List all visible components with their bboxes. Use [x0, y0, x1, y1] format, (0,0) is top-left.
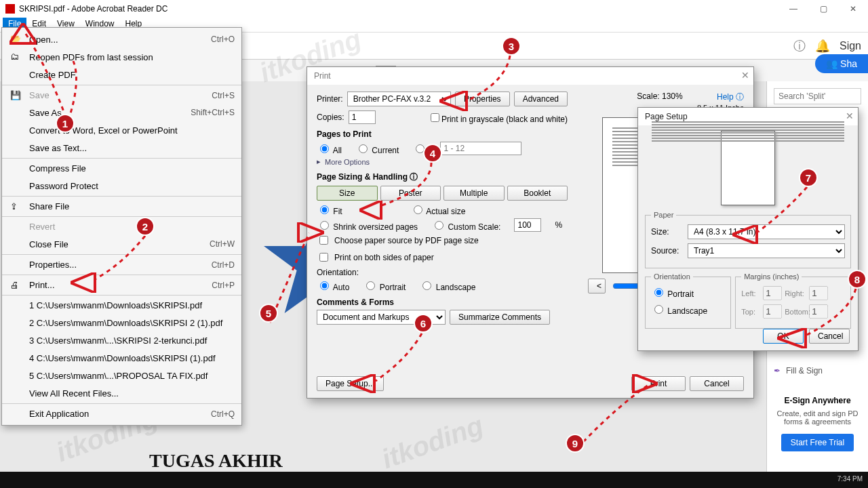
menu-close-file[interactable]: Close FileCtrl+W	[2, 235, 241, 253]
window-titlebar: SKRIPSI.pdf - Adobe Acrobat Reader DC — …	[0, 0, 868, 18]
annotation-badge-9: 9	[566, 434, 585, 453]
annotation-arrow	[71, 272, 98, 293]
menu-save-as[interactable]: Save As...Shift+Ctrl+S	[2, 104, 241, 121]
menu-reopen[interactable]: 🗂Reopen PDFs from last session	[2, 48, 241, 66]
annotation-badge-6: 6	[414, 314, 433, 333]
annotation-badge-3: 3	[502, 37, 521, 56]
summarize-button[interactable]: Summarize Comments	[450, 310, 550, 325]
taskbar[interactable]: 7:34 PM	[0, 472, 868, 488]
menu-open[interactable]: 📂Open...Ctrl+O	[2, 30, 241, 48]
help-link[interactable]: Help ⓘ	[717, 92, 744, 103]
menu-revert: Revert	[2, 216, 241, 235]
window-title: SKRIPSI.pdf - Adobe Acrobat Reader DC	[19, 4, 167, 14]
pct-label: %	[555, 220, 562, 230]
menu-create-pdf[interactable]: Create PDF	[2, 66, 241, 83]
radio-current[interactable]: Current	[355, 142, 399, 155]
start-trial-button[interactable]: Start Free Trial	[781, 434, 854, 451]
save-icon: 💾	[10, 90, 21, 101]
cancel-button[interactable]: Cancel	[690, 376, 744, 391]
comments-heading: Comments & Forms	[317, 298, 568, 307]
radio-shrink[interactable]: Shrink oversized pages	[317, 219, 418, 232]
menu-recent-1[interactable]: 1 C:\Users\mwanm\Downloads\SKRIPSI.pdf	[2, 295, 241, 314]
svg-marker-7	[633, 374, 658, 393]
menu-print[interactable]: 🖨Print...Ctrl+P	[2, 274, 241, 293]
grayscale-label: Print in grayscale (black and white)	[441, 115, 568, 124]
esign-sub: Create, edit and sign PD forms & agreeme…	[774, 409, 861, 426]
search-input[interactable]	[774, 88, 861, 104]
menu-exit[interactable]: Exit ApplicationCtrl+Q	[2, 403, 241, 422]
radio-custom-scale[interactable]: Custom Scale:	[431, 219, 500, 232]
pages-range-input[interactable]	[440, 142, 521, 155]
page-setup-preview	[721, 131, 775, 205]
share-icon: ⇪	[10, 201, 21, 212]
print-dialog-title: Print ✕	[307, 67, 753, 85]
menu-recent-4[interactable]: 4 C:\Users\mwanm\Downloads\SKRIPSI (1).p…	[2, 349, 241, 367]
close-button[interactable]: ✕	[838, 0, 868, 18]
maximize-button[interactable]: ▢	[808, 0, 838, 18]
print-icon: 🖨	[10, 280, 21, 291]
menu-recent-5[interactable]: 5 C:\Users\mwanm\...\PROPOSAL TA FIX.pdf	[2, 367, 241, 384]
grayscale-checkbox[interactable]	[431, 113, 439, 122]
pages-to-print-heading: Pages to Print	[317, 129, 568, 139]
radio-fit[interactable]: Fit	[317, 203, 342, 216]
annotation-arrow	[350, 374, 377, 393]
radio-actual[interactable]: Actual size	[410, 203, 466, 216]
menu-convert[interactable]: Convert to Word, Excel or PowerPoint	[2, 121, 241, 139]
choose-source-label: Choose paper source by PDF page size	[334, 236, 479, 245]
minimize-button[interactable]: —	[778, 0, 808, 18]
fill-sign-link[interactable]: ✒ Fill & Sign	[774, 366, 861, 375]
svg-marker-9	[777, 328, 806, 348]
annotation-arrow	[631, 374, 658, 393]
file-menu-dropdown: 📂Open...Ctrl+O 🗂Reopen PDFs from last se…	[1, 27, 242, 426]
menu-password[interactable]: Password Protect	[2, 177, 241, 195]
close-icon[interactable]: ✕	[741, 70, 749, 81]
bell-icon[interactable]: 🔔	[815, 39, 830, 54]
radio-portrait[interactable]: Portrait	[363, 279, 406, 292]
svg-marker-3	[439, 91, 467, 111]
seg-booklet[interactable]: Booklet	[507, 186, 568, 201]
menu-save: 💾SaveCtrl+S	[2, 85, 241, 104]
annotation-badge-4: 4	[423, 144, 442, 163]
svg-marker-6	[350, 374, 374, 393]
menu-properties[interactable]: Properties...Ctrl+D	[2, 254, 241, 273]
reopen-icon: 🗂	[10, 52, 21, 62]
more-options-link[interactable]: More Options	[325, 158, 370, 166]
seg-poster[interactable]: Poster	[380, 186, 441, 201]
annotation-arrow	[777, 328, 808, 348]
taskbar-clock: 7:34 PM	[837, 475, 863, 483]
svg-marker-5	[359, 201, 381, 220]
radio-all[interactable]: All	[317, 142, 342, 155]
menu-recent-3[interactable]: 3 C:\Users\mwanm\...\SKRIPSI 2-terkunci.…	[2, 331, 241, 349]
printer-label: Printer:	[317, 94, 343, 104]
radio-landscape[interactable]: Landscape	[419, 279, 475, 292]
both-sides-checkbox[interactable]	[319, 253, 328, 262]
esign-heading: E-Sign Anywhere	[774, 396, 861, 405]
app-icon	[5, 4, 15, 14]
advanced-button[interactable]: Advanced	[514, 92, 568, 106]
sizing-heading: Page Sizing & Handling ⓘ	[317, 171, 568, 183]
help-icon[interactable]: ⓘ	[793, 38, 806, 54]
annotation-arrow	[294, 222, 324, 243]
printer-select[interactable]: Brother PC-FAX v.3.2	[347, 92, 451, 106]
menu-compress[interactable]: Compress File	[2, 158, 241, 177]
signin-link[interactable]: Sign	[840, 40, 861, 52]
svg-marker-1	[9, 23, 37, 43]
svg-marker-8	[732, 225, 757, 244]
svg-marker-4	[298, 222, 324, 243]
seg-size[interactable]: Size	[317, 186, 378, 201]
radio-auto[interactable]: Auto	[317, 279, 349, 292]
copies-input[interactable]	[349, 110, 376, 124]
custom-scale-input[interactable]	[514, 218, 541, 232]
menu-share[interactable]: ⇪Share File	[2, 196, 241, 215]
preview-prev-button[interactable]: <	[588, 279, 606, 293]
pen-icon: ✒	[774, 366, 781, 375]
fill-sign-label: Fill & Sign	[786, 366, 823, 375]
annotation-badge-7: 7	[799, 168, 818, 187]
menu-view-recent[interactable]: View All Recent Files...	[2, 384, 241, 402]
share-button[interactable]: 👥 Sha	[815, 54, 868, 73]
ps-cancel-button[interactable]: Cancel	[809, 329, 850, 344]
menu-recent-2[interactable]: 2 C:\Users\mwanm\Downloads\SKRIPSI 2 (1)…	[2, 314, 241, 331]
menu-save-text[interactable]: Save as Text...	[2, 139, 241, 157]
seg-multiple[interactable]: Multiple	[443, 186, 505, 201]
annotation-badge-2: 2	[136, 217, 155, 236]
